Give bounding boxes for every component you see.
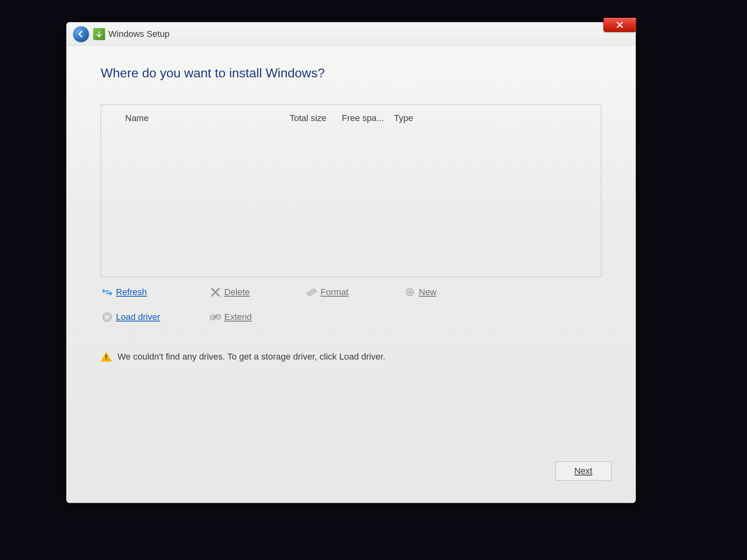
close-icon <box>616 21 624 29</box>
extend-link[interactable]: Extend <box>209 311 305 323</box>
content-area: Where do you want to install Windows? Na… <box>67 46 635 362</box>
delete-icon <box>209 286 222 299</box>
refresh-label: Refresh <box>116 287 147 297</box>
new-icon <box>404 286 416 299</box>
next-button[interactable]: Next <box>555 461 611 481</box>
load-driver-icon <box>101 311 114 323</box>
back-button[interactable] <box>73 26 89 42</box>
window-title: Windows Setup <box>108 29 170 39</box>
column-free-space[interactable]: Free spa... <box>342 113 394 123</box>
delete-label: Delete <box>224 287 250 297</box>
format-icon <box>305 286 318 299</box>
svg-point-2 <box>106 315 109 319</box>
column-total-size[interactable]: Total size <box>290 113 342 123</box>
format-label: Format <box>321 287 349 297</box>
back-arrow-icon <box>77 30 85 38</box>
refresh-icon <box>101 286 114 299</box>
format-link[interactable]: Format <box>305 286 404 299</box>
extend-label: Extend <box>224 312 252 322</box>
load-driver-label: Load driver <box>116 312 160 322</box>
close-button[interactable] <box>603 18 636 32</box>
new-link[interactable]: New <box>404 286 484 299</box>
delete-link[interactable]: Delete <box>209 286 305 299</box>
windows-setup-icon <box>93 28 105 40</box>
drive-actions: Refresh Delete Format <box>101 286 601 323</box>
status-message-row: We couldn't find any drives. To get a st… <box>101 352 601 362</box>
new-label: New <box>419 287 436 297</box>
svg-rect-4 <box>216 314 221 319</box>
footer: Next <box>555 461 611 481</box>
refresh-link[interactable]: Refresh <box>101 286 209 299</box>
drive-list[interactable]: Name Total size Free spa... Type <box>101 105 601 277</box>
windows-setup-dialog: Windows Setup Where do you want to insta… <box>66 22 636 503</box>
extend-icon <box>209 311 222 323</box>
status-message: We couldn't find any drives. To get a st… <box>118 352 385 362</box>
column-type[interactable]: Type <box>394 113 446 123</box>
warning-icon <box>101 352 112 362</box>
column-name[interactable]: Name <box>125 113 290 123</box>
titlebar: Windows Setup <box>67 22 635 46</box>
drive-list-header: Name Total size Free spa... Type <box>101 113 601 123</box>
load-driver-link[interactable]: Load driver <box>101 311 209 323</box>
page-heading: Where do you want to install Windows? <box>101 66 601 81</box>
